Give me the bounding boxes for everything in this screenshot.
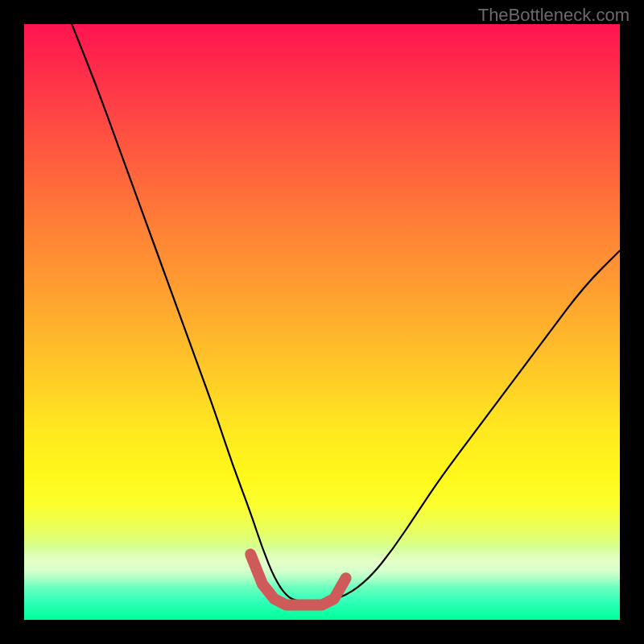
- bottom-marker: [250, 555, 345, 605]
- chart-plot-area: [24, 24, 620, 620]
- watermark-text: TheBottleneck.com: [478, 5, 630, 26]
- bottleneck-curve: [72, 24, 620, 602]
- chart-svg-layer: [24, 24, 620, 620]
